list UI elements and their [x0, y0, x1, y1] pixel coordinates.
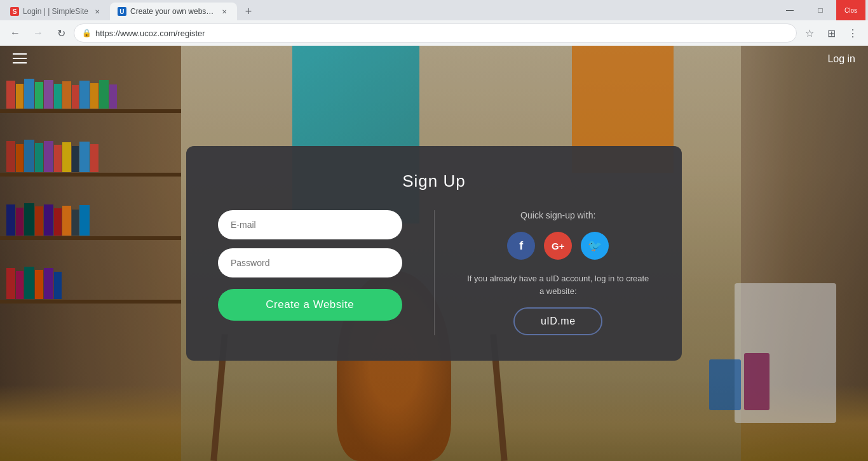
password-input[interactable] — [218, 248, 402, 277]
hamburger-line-2 — [13, 58, 27, 59]
signup-modal: Sign Up Create a Website Quick sign-up w… — [186, 146, 682, 361]
modal-title: Sign Up — [402, 171, 466, 191]
modal-divider — [434, 210, 435, 335]
tab-favicon-simplesite: S — [10, 7, 19, 16]
back-button[interactable]: ← — [5, 23, 25, 43]
window-controls: — □ Clos — [775, 0, 865, 20]
maximize-button[interactable]: □ — [806, 0, 835, 20]
modal-social-section: Quick sign-up with: f G+ 🐦 If you alread… — [441, 210, 651, 335]
close-button[interactable]: Clos — [836, 0, 865, 20]
navigation-bar: ← → ↻ 🔒 https://www.ucoz.com/register ☆ … — [0, 20, 868, 46]
facebook-signup-button[interactable]: f — [507, 232, 535, 260]
lock-icon: 🔒 — [82, 29, 92, 37]
bookmark-button[interactable]: ☆ — [799, 23, 820, 43]
title-bar: S Login | | SimpleSite ✕ U Create your o… — [0, 0, 868, 20]
new-tab-button[interactable]: + — [240, 3, 257, 20]
tab-label-ucoz: Create your own website - uCoz — [130, 7, 215, 16]
create-website-button[interactable]: Create a Website — [218, 289, 402, 321]
twitter-signup-button[interactable]: 🐦 — [581, 232, 609, 260]
tab-close-simplesite[interactable]: ✕ — [92, 6, 102, 17]
quick-signup-label: Quick sign-up with: — [520, 210, 595, 220]
social-icons-container: f G+ 🐦 — [507, 232, 609, 260]
tabs-container: S Login | | SimpleSite ✕ U Create your o… — [3, 0, 775, 20]
tab-favicon-ucoz: U — [118, 7, 126, 16]
address-text: https://www.ucoz.com/register — [95, 29, 789, 38]
browser-actions: ☆ ⊞ ⋮ — [799, 23, 863, 43]
google-signup-button[interactable]: G+ — [544, 232, 572, 260]
uid-login-button[interactable]: uID.me — [513, 307, 602, 335]
tab-ucoz[interactable]: U Create your own website - uCoz ✕ — [110, 3, 237, 20]
facebook-icon: f — [519, 239, 523, 253]
page-content: Log in Sign Up Create a Website Quick si… — [0, 46, 868, 461]
login-button[interactable]: Log in — [827, 53, 855, 65]
browser-window: S Login | | SimpleSite ✕ U Create your o… — [0, 0, 868, 461]
tab-close-ucoz[interactable]: ✕ — [219, 6, 229, 17]
modal-body: Create a Website Quick sign-up with: f G… — [218, 210, 650, 335]
tab-simplesite[interactable]: S Login | | SimpleSite ✕ — [3, 3, 110, 20]
menu-button[interactable]: ⋮ — [843, 23, 863, 43]
extensions-button[interactable]: ⊞ — [821, 23, 841, 43]
modal-form-section: Create a Website — [218, 210, 428, 335]
forward-button[interactable]: → — [28, 23, 48, 43]
email-input[interactable] — [218, 210, 402, 239]
uid-account-text: If you already have a uID account, log i… — [466, 272, 651, 297]
refresh-button[interactable]: ↻ — [51, 23, 71, 43]
hamburger-line-3 — [13, 62, 27, 63]
hamburger-line-1 — [13, 53, 27, 55]
address-bar[interactable]: 🔒 https://www.ucoz.com/register — [74, 23, 797, 43]
twitter-icon: 🐦 — [588, 239, 602, 253]
minimize-button[interactable]: — — [775, 0, 804, 20]
google-icon: G+ — [552, 241, 564, 251]
tab-label-simplesite: Login | | SimpleSite — [23, 7, 88, 16]
hamburger-menu[interactable] — [13, 53, 27, 63]
